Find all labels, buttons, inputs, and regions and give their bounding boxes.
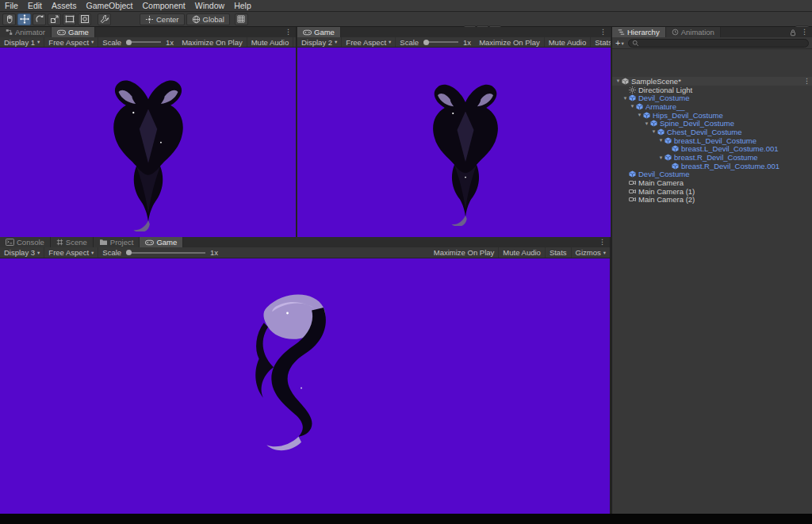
panel1-tabstrip: Animator Game ⋮ bbox=[0, 27, 296, 37]
hierarchy-item[interactable]: ▼ breast.L_Devil_Costume bbox=[612, 136, 812, 145]
hierarchy-item[interactable]: ▼ Hips_Devil_Costume bbox=[612, 111, 812, 120]
pivot-toggle-button[interactable]: Center bbox=[140, 13, 185, 25]
rect-tool-button[interactable] bbox=[63, 13, 76, 25]
menu-bar: File Edit Assets GameObject Component Wi… bbox=[0, 0, 812, 12]
tab-scene[interactable]: Scene bbox=[51, 237, 94, 247]
game-viewport-2[interactable] bbox=[297, 48, 611, 237]
tab-animation[interactable]: Animation bbox=[666, 27, 721, 37]
hierarchy-item[interactable]: ▼ breast.R_Devil_Costume bbox=[612, 153, 812, 162]
menu-help[interactable]: Help bbox=[229, 1, 256, 10]
hierarchy-item[interactable]: Devil_Costume bbox=[612, 170, 812, 179]
transform-tool-button[interactable] bbox=[78, 13, 91, 25]
hierarchy-item[interactable]: Main Camera (1) bbox=[612, 187, 812, 196]
scale-tool-button[interactable] bbox=[48, 13, 61, 25]
hierarchy-item[interactable]: breast.L_Devil_Costume.001 bbox=[612, 145, 812, 154]
hierarchy-item-scene[interactable]: ▼ SampleScene* ⋮ bbox=[612, 77, 812, 86]
expand-arrow[interactable]: ▼ bbox=[622, 96, 629, 101]
tab-game-1[interactable]: Game bbox=[52, 27, 95, 37]
gizmos-dropdown-3[interactable]: Gizmos▾ bbox=[572, 247, 610, 258]
grid-snap-button[interactable] bbox=[235, 13, 248, 25]
hierarchy-item[interactable]: Main Camera bbox=[612, 178, 812, 187]
stats-toggle-1[interactable]: Sta bbox=[293, 37, 296, 48]
scale-slider-1[interactable] bbox=[126, 41, 161, 43]
menu-file[interactable]: File bbox=[0, 1, 23, 10]
panel3-menu-icon[interactable]: ⋮ bbox=[597, 239, 607, 246]
menu-component[interactable]: Component bbox=[137, 1, 190, 10]
expand-arrow[interactable]: ▼ bbox=[657, 138, 665, 143]
scale-slider-2[interactable] bbox=[423, 41, 458, 43]
expand-arrow[interactable]: ▼ bbox=[615, 78, 622, 83]
hierarchy-item[interactable]: Directional Light bbox=[612, 86, 812, 94]
expand-arrow[interactable]: ▼ bbox=[636, 113, 643, 117]
scale-control-1[interactable]: Scale 1x bbox=[98, 37, 178, 48]
caret-down-icon: ▾ bbox=[37, 39, 40, 45]
hierarchy-item[interactable]: ▼ Armature__ bbox=[612, 102, 812, 111]
tab-hierarchy[interactable]: Hierarchy bbox=[612, 27, 666, 37]
menu-window[interactable]: Window bbox=[190, 1, 229, 10]
tab-project[interactable]: Project bbox=[94, 237, 140, 247]
mute-audio-toggle-3[interactable]: Mute Audio bbox=[499, 247, 546, 258]
caret-down-icon: ▾ bbox=[621, 39, 623, 48]
create-object-button[interactable]: +▾ bbox=[615, 39, 624, 48]
orientation-toggle-button[interactable]: Global bbox=[186, 13, 230, 25]
aspect-dropdown-2[interactable]: Free Aspect▾ bbox=[342, 37, 396, 48]
maximize-on-play-toggle-3[interactable]: Maximize On Play bbox=[430, 247, 500, 258]
aspect-dropdown-1[interactable]: Free Aspect▾ bbox=[44, 37, 98, 48]
tab-animator[interactable]: Animator bbox=[0, 27, 52, 37]
panel3-tabstrip: Console Scene Project Game bbox=[0, 237, 610, 247]
game-icon bbox=[145, 239, 154, 246]
hierarchy-item[interactable]: breast.R_Devil_Costume.001 bbox=[612, 162, 812, 170]
expand-arrow[interactable]: ▼ bbox=[629, 104, 636, 109]
display-dropdown-2[interactable]: Display 2▾ bbox=[297, 37, 342, 48]
menu-gameobject[interactable]: GameObject bbox=[82, 1, 138, 10]
move-tool-button[interactable] bbox=[17, 13, 31, 25]
stats-toggle-2[interactable]: Stats bbox=[591, 37, 611, 48]
aspect-dropdown-3[interactable]: Free Aspect▾ bbox=[44, 247, 98, 258]
lock-icon[interactable] bbox=[789, 29, 797, 36]
editor-tool-button[interactable] bbox=[98, 13, 111, 25]
scale-icon bbox=[50, 14, 59, 24]
scene-menu-icon[interactable]: ⋮ bbox=[802, 78, 812, 85]
game-view-panel-2: Game ⋮ Display 2▾ Free Aspect▾ Scale 1x … bbox=[297, 27, 611, 237]
scale-control-3[interactable]: Scale 1x bbox=[98, 247, 222, 258]
menu-assets[interactable]: Assets bbox=[47, 1, 82, 10]
mute-audio-toggle-1[interactable]: Mute Audio bbox=[247, 37, 294, 48]
panel2-menu-icon[interactable]: ⋮ bbox=[598, 29, 608, 36]
maximize-on-play-toggle-2[interactable]: Maximize On Play bbox=[475, 37, 545, 48]
scale-knob-2[interactable] bbox=[423, 40, 429, 45]
rect-icon bbox=[65, 14, 75, 24]
game-viewport-1[interactable] bbox=[0, 48, 296, 237]
mute-audio-toggle-2[interactable]: Mute Audio bbox=[545, 37, 592, 48]
tab-game-3[interactable]: Game bbox=[140, 237, 183, 247]
console-icon bbox=[6, 239, 14, 246]
hierarchy-search-input[interactable] bbox=[628, 39, 809, 48]
transform-icon bbox=[80, 14, 90, 24]
prefab-cube-icon bbox=[672, 163, 679, 170]
expand-arrow[interactable]: ▼ bbox=[643, 121, 650, 126]
menu-edit[interactable]: Edit bbox=[23, 1, 47, 10]
move-icon bbox=[20, 14, 29, 24]
expand-arrow[interactable]: ▼ bbox=[650, 129, 657, 134]
scale-knob-1[interactable] bbox=[126, 40, 132, 45]
scale-knob-3[interactable] bbox=[126, 250, 132, 255]
hierarchy-item[interactable]: ▼ Spine_Devil_Costume bbox=[612, 119, 812, 128]
maximize-on-play-toggle-1[interactable]: Maximize On Play bbox=[178, 37, 247, 48]
scale-control-2[interactable]: Scale 1x bbox=[396, 37, 475, 48]
expand-arrow[interactable]: ▼ bbox=[657, 155, 665, 160]
game-viewport-3[interactable] bbox=[0, 258, 610, 514]
tab-game-2[interactable]: Game bbox=[297, 27, 341, 37]
hierarchy-item[interactable]: Main Camera (2) bbox=[612, 196, 812, 205]
scale-slider-3[interactable] bbox=[126, 252, 205, 254]
hierarchy-item[interactable]: ▼ Chest_Devil_Costume bbox=[612, 128, 812, 136]
rotate-tool-button[interactable] bbox=[33, 13, 46, 25]
hierarchy-item[interactable]: ▼ Devil_Costume bbox=[612, 94, 812, 102]
tab-console[interactable]: Console bbox=[0, 237, 51, 247]
animation-clock-icon bbox=[672, 29, 679, 36]
hierarchy-menu-icon[interactable]: ⋮ bbox=[799, 29, 810, 36]
camera-icon bbox=[629, 179, 636, 186]
display-dropdown-3[interactable]: Display 3▾ bbox=[0, 247, 44, 258]
panel1-menu-icon[interactable]: ⋮ bbox=[283, 29, 293, 36]
stats-toggle-3[interactable]: Stats bbox=[546, 247, 572, 258]
display-dropdown-1[interactable]: Display 1▾ bbox=[0, 37, 44, 48]
hand-tool-button[interactable] bbox=[2, 13, 16, 25]
